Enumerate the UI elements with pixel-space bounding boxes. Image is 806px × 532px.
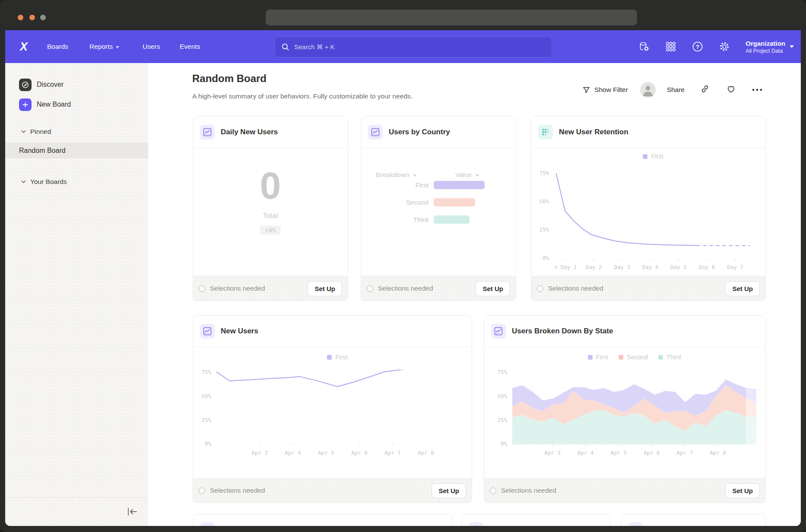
status-text: Selections needed [378,285,433,292]
show-filter-button[interactable]: Show Filter [582,86,628,94]
x-axis-label: Day 2 [586,264,602,270]
country-bar-row: First [361,181,516,189]
y-axis-label: 75% [193,369,211,375]
chevron-down-icon [116,46,119,48]
apps-grid-icon[interactable] [665,41,676,52]
bar [434,181,485,189]
status-text: Selections needed [210,487,265,494]
new-users-line-chart: 75%50%25%0%Apr 3Apr 4Apr 5Apr 6Apr 7Apr … [216,370,458,447]
x-axis-label: Apr 8 [418,450,434,456]
card-daily-new-users: Daily New Users 0 Total ↑0% Selections n… [193,116,348,301]
status-text: Selections needed [210,285,265,292]
card-title: Insights Report [489,526,543,526]
traffic-light-minimize-button[interactable] [29,15,35,20]
address-bar[interactable] [266,10,637,25]
country-bar-row: Second [361,198,516,206]
legend-swatch [643,154,647,159]
share-button[interactable]: Share [667,86,685,94]
legend-label: First [651,153,663,160]
y-axis-label: 0% [531,255,549,261]
set-up-button[interactable]: Set Up [725,281,760,296]
chevron-down-icon [790,45,794,48]
filter-funnel-icon [582,86,590,94]
favorite-heart-icon[interactable] [726,84,736,95]
card-title: New Users [221,327,258,336]
line-chart-icon [469,522,483,526]
sidebar-section-your-boards[interactable]: Your Boards [5,176,148,187]
y-axis-label: 0% [489,440,507,447]
status-text: Selections needed [548,285,603,292]
data-management-icon[interactable] [638,41,650,52]
x-axis-label: Apr 3 [544,450,561,456]
caret-down-icon [413,174,416,177]
board-content: Random Board A high-level summary of use… [148,63,801,526]
discover-compass-icon [19,79,32,91]
more-options-icon[interactable] [752,86,763,94]
legend-item: First [327,354,347,361]
card-active-users: Active Users [621,514,766,526]
y-axis-label: 25% [489,417,507,423]
top-nav: X Boards Reports Users Events Search ⌘ +… [5,30,801,63]
legend-swatch [658,355,663,360]
status-radio-icon [199,285,205,292]
page-title: Random Board [192,73,267,85]
y-axis-label: 50% [193,393,211,399]
status-text: Selections needed [501,487,556,494]
search-input[interactable]: Search ⌘ + K [275,37,552,57]
status-radio-icon [490,488,496,494]
legend-label: Third [666,354,681,361]
traffic-light-close-button[interactable] [18,15,23,20]
nav-item-reports[interactable]: Reports [89,43,119,51]
y-axis-label: 50% [489,393,507,399]
sidebar-section-pinned[interactable]: Pinned [5,126,148,137]
x-axis-label: < Day 1 [554,264,577,270]
line-chart-icon [200,324,215,339]
svg-text:?: ? [696,44,699,50]
help-icon[interactable]: ? [692,41,703,52]
card-insights-report: Insights Report [461,514,610,526]
x-axis-label: Apr 5 [610,450,627,456]
x-axis-label: Apr 6 [351,450,368,456]
chart-legend: First [216,354,458,361]
legend-item: Third [658,354,681,361]
x-axis-label: Day 6 [699,264,715,270]
x-axis-label: Day 3 [614,264,630,270]
mixpanel-logo[interactable]: X [20,40,27,54]
nav-item-boards[interactable]: Boards [47,43,68,51]
org-switcher[interactable]: Organization All Project Data [746,39,794,54]
card-users-by-country: Users by Country Breakdown Value FirstSe… [361,116,516,301]
state-area-chart: 75%50%25%0%Apr 3Apr 4Apr 5Apr 6Apr 7Apr … [512,370,756,447]
line-chart-icon [491,324,506,339]
card-new-users: New Users First 75%50%25%0%Apr 3Apr 4Apr… [193,315,472,503]
card-title: Users Broken Down By State [512,327,613,336]
sidebar-item-random-board[interactable]: Random Board [5,142,148,158]
y-axis-label: 50% [531,198,549,205]
set-up-button[interactable]: Set Up [725,483,760,498]
card-title: Active Users [649,526,693,526]
set-up-button[interactable]: Set Up [476,281,510,296]
set-up-button[interactable]: Set Up [432,483,466,498]
sidebar-item-discover[interactable]: Discover [5,77,148,92]
avatar[interactable] [640,82,656,98]
set-up-button[interactable]: Set Up [308,281,342,296]
retention-grid-icon [538,125,553,139]
nav-right-cluster: ? Organization All Project Data [638,30,794,63]
sidebar-item-new-board[interactable]: New Board [5,97,148,112]
browser-chrome [0,0,806,30]
copy-link-icon[interactable] [700,84,710,95]
collapse-sidebar-icon[interactable] [127,507,138,519]
legend-swatch [619,355,623,360]
x-axis-label: Apr 3 [251,450,268,456]
settings-gear-icon[interactable] [719,41,730,52]
person-icon [640,82,656,98]
x-axis-label: Apr 7 [384,450,401,456]
card-new-user-retention: New User Retention First 75%50%25%0%< Da… [531,116,766,301]
bar-label: First [361,181,428,189]
x-axis-label: Apr 4 [578,450,594,456]
traffic-light-zoom-button[interactable] [40,15,46,20]
nav-item-users[interactable]: Users [143,43,160,51]
x-axis-label: Apr 5 [318,450,334,456]
nav-item-events[interactable]: Events [180,43,200,51]
value-dropdown[interactable]: Value [455,171,479,179]
breakdown-dropdown[interactable]: Breakdown [376,171,416,179]
